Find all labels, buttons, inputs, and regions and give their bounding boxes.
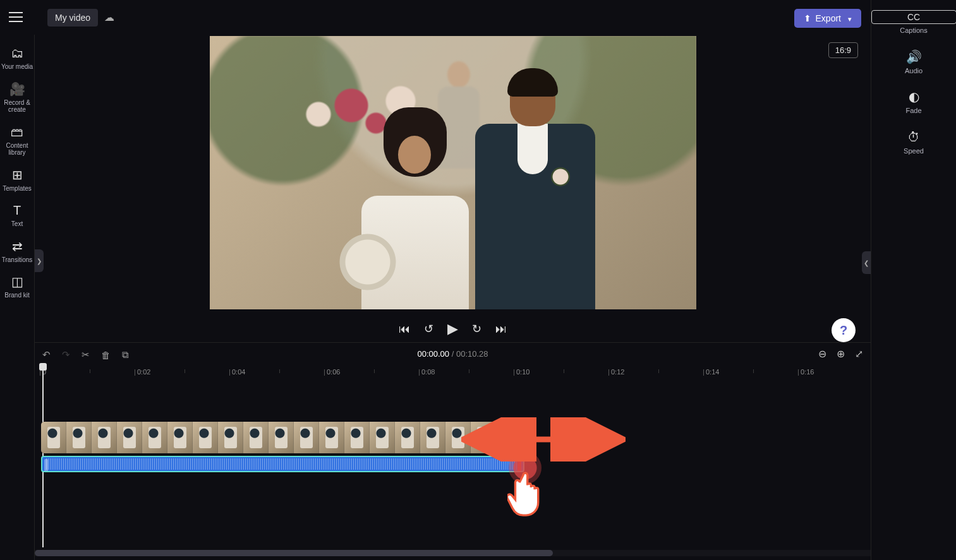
audio-clip-left-handle[interactable] bbox=[44, 459, 48, 472]
timeline-panel: ↶ ↷ ✂ 🗑 ⧉ 00:00.00 / 00:10.28 ⊖ ⊕ ⤢ 00:0… bbox=[35, 342, 871, 560]
ruler-tick: 0:16 bbox=[801, 368, 814, 376]
delete-button[interactable]: 🗑 bbox=[101, 350, 111, 360]
ruler-tick: 0:04 bbox=[232, 368, 245, 376]
media-icon: 🗂 bbox=[0, 46, 35, 61]
split-button[interactable]: ✂ bbox=[82, 349, 90, 360]
duplicate-button[interactable]: ⧉ bbox=[122, 349, 129, 360]
sidebar-item-label: Brand kit bbox=[4, 292, 29, 299]
timeline-tracks bbox=[41, 422, 864, 472]
timecode-display: 00:00.00 / 00:10.28 bbox=[417, 349, 488, 359]
player-controls: ⏮ ↺ ▶ ↻ ⏭ bbox=[399, 321, 507, 337]
sidebar-your-media[interactable]: 🗂Your media bbox=[0, 41, 35, 77]
top-bar: My video ☁ bbox=[35, 0, 871, 35]
sidebar-item-label: Transitions bbox=[2, 256, 33, 263]
scrollbar-thumb[interactable] bbox=[35, 550, 553, 556]
sidebar-transitions[interactable]: ⇄Transitions bbox=[0, 234, 35, 270]
total-timecode: 00:10.28 bbox=[456, 349, 488, 359]
play-button[interactable]: ▶ bbox=[447, 321, 458, 337]
sidebar-item-label: Your media bbox=[1, 63, 33, 70]
annotation-hand-cursor-icon bbox=[507, 468, 550, 518]
ruler-tick: 0:10 bbox=[516, 368, 529, 376]
transitions-icon: ⇄ bbox=[0, 239, 35, 254]
library-icon: 🗃 bbox=[0, 125, 35, 140]
text-icon: T bbox=[0, 203, 35, 218]
brandkit-icon: ◫ bbox=[0, 275, 35, 289]
video-clip[interactable] bbox=[41, 422, 512, 453]
preview-area: 16:9 ⏮ ↺ ▶ ↻ ⏭ ⛶ ? ⌄ bbox=[35, 35, 871, 342]
sidebar-item-label: Text bbox=[11, 220, 23, 227]
aspect-ratio-selector[interactable]: 16:9 bbox=[828, 42, 858, 58]
sidebar-item-label: Audio bbox=[905, 67, 923, 74]
captions-icon: CC bbox=[871, 10, 957, 24]
audio-icon: 🔊 bbox=[871, 50, 957, 64]
export-button[interactable]: ⬆ Export bbox=[794, 9, 861, 28]
current-timecode: 00:00.00 bbox=[417, 349, 449, 359]
undo-button[interactable]: ↶ bbox=[42, 349, 51, 360]
sidebar-text[interactable]: TText bbox=[0, 198, 35, 234]
chevron-down-icon bbox=[845, 13, 852, 23]
sidebar-content-library[interactable]: 🗃Content library bbox=[0, 120, 35, 163]
zoom-controls: ⊖ ⊕ ⤢ bbox=[818, 348, 863, 360]
sidebar-templates[interactable]: ⊞Templates bbox=[0, 163, 35, 199]
menu-button[interactable] bbox=[9, 9, 25, 25]
timeline-scrollbar[interactable] bbox=[35, 550, 871, 556]
record-icon: 🎥 bbox=[0, 82, 35, 97]
fit-timeline-button[interactable]: ⤢ bbox=[855, 348, 863, 360]
help-button[interactable]: ? bbox=[832, 318, 856, 342]
sidebar-brand-kit[interactable]: ◫Brand kit bbox=[0, 270, 35, 306]
sidebar-item-label: Templates bbox=[3, 185, 32, 192]
zoom-in-button[interactable]: ⊕ bbox=[837, 348, 845, 360]
cloud-sync-icon[interactable]: ☁ bbox=[104, 11, 114, 23]
video-canvas[interactable] bbox=[210, 36, 696, 309]
sidebar-item-label: Content library bbox=[6, 142, 28, 157]
sidebar-item-label: Captions bbox=[900, 27, 927, 34]
sidebar-record-create[interactable]: 🎥Record & create bbox=[0, 77, 35, 120]
video-title-input[interactable]: My video bbox=[47, 9, 98, 27]
zoom-out-button[interactable]: ⊖ bbox=[818, 348, 826, 360]
timeline-ruler[interactable]: 00:020:040:060:080:100:120:140:16 bbox=[35, 368, 871, 387]
audio-clip[interactable] bbox=[41, 456, 524, 472]
rsb-audio[interactable]: 🔊Audio bbox=[871, 44, 957, 84]
ruler-tick: 0:06 bbox=[327, 368, 340, 376]
redo-button[interactable]: ↷ bbox=[62, 349, 70, 360]
upload-icon: ⬆ bbox=[804, 13, 811, 23]
forward-button[interactable]: ↻ bbox=[472, 322, 481, 336]
speed-icon: ⏱ bbox=[871, 130, 957, 145]
left-sidebar: 🗂Your media 🎥Record & create 🗃Content li… bbox=[0, 35, 35, 560]
rewind-button[interactable]: ↺ bbox=[424, 322, 433, 336]
ruler-tick: 0:08 bbox=[421, 368, 435, 376]
templates-icon: ⊞ bbox=[0, 168, 35, 182]
fade-icon: ◐ bbox=[871, 90, 957, 104]
rsb-fade[interactable]: ◐Fade bbox=[871, 83, 957, 124]
ruler-tick: 0:12 bbox=[611, 368, 624, 376]
rsb-speed[interactable]: ⏱Speed bbox=[871, 124, 957, 164]
export-label: Export bbox=[816, 13, 841, 23]
ruler-tick: 0:14 bbox=[706, 368, 719, 376]
sidebar-item-label: Speed bbox=[904, 147, 924, 155]
skip-end-button[interactable]: ⏭ bbox=[495, 323, 507, 336]
sidebar-item-label: Fade bbox=[905, 107, 921, 114]
sidebar-item-label: Record & create bbox=[4, 99, 30, 114]
rsb-captions[interactable]: CCCaptions bbox=[871, 4, 957, 44]
right-sidebar: CCCaptions 🔊Audio ◐Fade ⏱Speed bbox=[871, 0, 956, 560]
skip-start-button[interactable]: ⏮ bbox=[399, 323, 410, 336]
ruler-tick: 0:02 bbox=[137, 368, 150, 376]
